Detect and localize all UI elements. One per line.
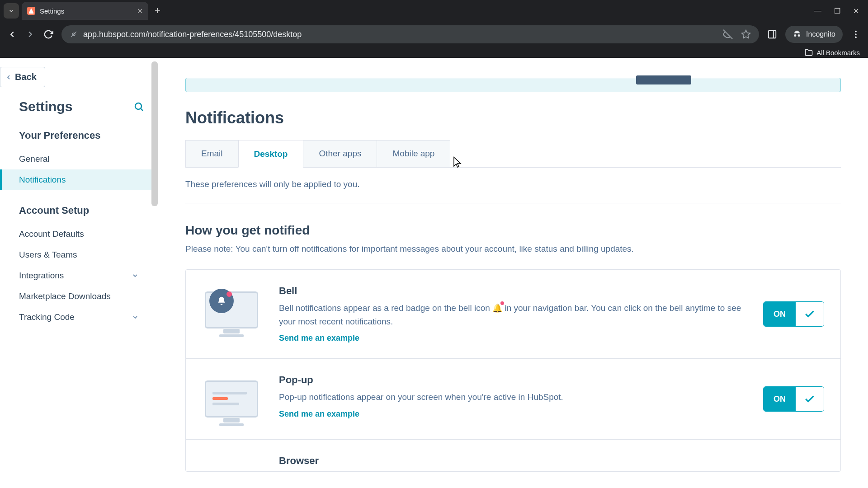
app-viewport: Back Settings Your Preferences General N… <box>0 58 868 488</box>
note-text: Please note: You can't turn off notifica… <box>185 244 841 254</box>
toggle-on-label: ON <box>764 387 796 411</box>
site-info-icon[interactable] <box>70 30 78 38</box>
forward-nav-icon[interactable] <box>25 29 35 39</box>
sidebar-item-label: General <box>19 154 50 164</box>
sidebar-item-label: Notifications <box>19 175 66 185</box>
sidebar-item-label: Users & Teams <box>19 250 77 260</box>
tab-other-apps[interactable]: Other apps <box>303 140 377 167</box>
address-bar[interactable]: app.hubspot.com/notification-preferences… <box>61 25 759 43</box>
incognito-label: Incognito <box>806 30 835 38</box>
minimize-button[interactable]: — <box>814 7 821 15</box>
sidebar-item-general[interactable]: General <box>0 149 158 169</box>
sidebar-scrollbar[interactable] <box>151 61 158 206</box>
bell-inline-icon: 🔔 <box>492 302 502 315</box>
sidebar-item-label: Marketplace Downloads <box>19 291 111 301</box>
address-row: app.hubspot.com/notification-preferences… <box>0 22 868 47</box>
popup-toggle[interactable]: ON <box>763 386 824 412</box>
sidebar-item-notifications[interactable]: Notifications <box>0 169 158 190</box>
close-window-button[interactable]: ✕ <box>853 7 859 15</box>
sidebar-item-integrations[interactable]: Integrations <box>0 265 158 286</box>
panel-icon[interactable] <box>767 29 777 39</box>
tab-search-button[interactable] <box>4 3 19 19</box>
channel-tabs: Email Desktop Other apps Mobile app <box>185 140 841 168</box>
popup-title: Pop-up <box>279 374 745 386</box>
tab-email[interactable]: Email <box>185 140 239 167</box>
close-tab-icon[interactable]: ✕ <box>137 7 143 15</box>
method-browser: Browser <box>186 440 840 471</box>
main-content: Notifications Email Desktop Other apps M… <box>158 58 868 488</box>
check-icon <box>796 302 824 326</box>
tab-title: Settings <box>40 7 64 15</box>
settings-sidebar: Back Settings Your Preferences General N… <box>0 58 158 488</box>
eye-off-icon[interactable] <box>723 29 733 39</box>
sidebar-item-label: Tracking Code <box>19 312 75 322</box>
popup-description: Pop-up notifications appear on your scre… <box>279 390 745 404</box>
browser-title: Browser <box>279 455 824 467</box>
incognito-badge[interactable]: Incognito <box>785 26 843 43</box>
url-text: app.hubspot.com/notification-preferences… <box>83 30 302 39</box>
how-notified-heading: How you get notified <box>185 223 841 238</box>
svg-point-9 <box>135 103 142 109</box>
sidebar-item-marketplace-downloads[interactable]: Marketplace Downloads <box>0 286 158 307</box>
bell-description: Bell notifications appear as a red badge… <box>279 301 745 328</box>
back-label: Back <box>15 72 37 82</box>
info-banner <box>185 78 841 92</box>
window-controls: — ❐ ✕ <box>814 7 864 15</box>
browser-chrome: Settings ✕ + — ❐ ✕ app.hubspot.com/notif… <box>0 0 868 58</box>
sidebar-item-label: Account Defaults <box>19 229 84 239</box>
all-bookmarks-link[interactable]: All Bookmarks <box>816 49 860 56</box>
back-nav-icon[interactable] <box>7 29 17 39</box>
bell-desc-a: Bell notifications appear as a red badge… <box>279 303 492 313</box>
browser-illustration <box>202 455 261 464</box>
bell-title: Bell <box>279 285 745 297</box>
sidebar-item-label: Integrations <box>19 271 64 281</box>
scope-hint: These preferences will only be applied t… <box>185 168 841 203</box>
method-bell: Bell Bell notifications appear as a red … <box>186 270 840 359</box>
svg-line-1 <box>71 32 76 37</box>
chevron-down-icon <box>132 272 139 279</box>
maximize-button[interactable]: ❐ <box>834 7 840 15</box>
section-account-setup: Account Setup <box>0 205 158 224</box>
popup-illustration <box>202 374 261 424</box>
tab-strip: Settings ✕ + — ❐ ✕ <box>0 0 868 22</box>
svg-point-8 <box>855 37 857 38</box>
hubspot-favicon <box>27 7 35 15</box>
settings-title: Settings <box>19 99 72 114</box>
chevron-down-icon <box>132 314 139 321</box>
browser-tab[interactable]: Settings ✕ <box>22 2 148 20</box>
svg-line-10 <box>141 109 143 111</box>
section-your-preferences: Your Preferences <box>0 130 158 149</box>
toggle-on-label: ON <box>764 302 796 326</box>
kebab-menu-icon[interactable] <box>851 29 861 39</box>
svg-point-6 <box>855 31 857 33</box>
new-tab-button[interactable]: + <box>151 3 164 19</box>
folder-icon <box>805 48 813 56</box>
svg-marker-3 <box>742 30 750 38</box>
svg-point-7 <box>855 33 857 35</box>
tab-mobile-app[interactable]: Mobile app <box>377 140 450 167</box>
banner-action-button[interactable] <box>636 75 691 84</box>
sidebar-item-account-defaults[interactable]: Account Defaults <box>0 224 158 244</box>
search-icon[interactable] <box>133 101 144 112</box>
bookmark-star-icon[interactable] <box>741 29 751 39</box>
bell-icon <box>209 289 234 313</box>
svg-rect-4 <box>769 31 776 38</box>
method-popup: Pop-up Pop-up notifications appear on yo… <box>186 359 840 440</box>
notification-methods-list: Bell Bell notifications appear as a red … <box>185 269 841 472</box>
bookmark-bar: All Bookmarks <box>0 47 868 58</box>
tab-desktop[interactable]: Desktop <box>238 141 304 168</box>
popup-send-example-link[interactable]: Send me an example <box>279 409 359 418</box>
check-icon <box>796 387 824 411</box>
bell-illustration <box>202 285 261 335</box>
back-button[interactable]: Back <box>0 67 45 87</box>
bell-send-example-link[interactable]: Send me an example <box>279 333 359 343</box>
sidebar-item-tracking-code[interactable]: Tracking Code <box>0 307 158 328</box>
reload-icon[interactable] <box>43 29 53 39</box>
bell-toggle[interactable]: ON <box>763 301 824 327</box>
sidebar-item-users-teams[interactable]: Users & Teams <box>0 244 158 265</box>
page-title: Notifications <box>185 108 841 127</box>
